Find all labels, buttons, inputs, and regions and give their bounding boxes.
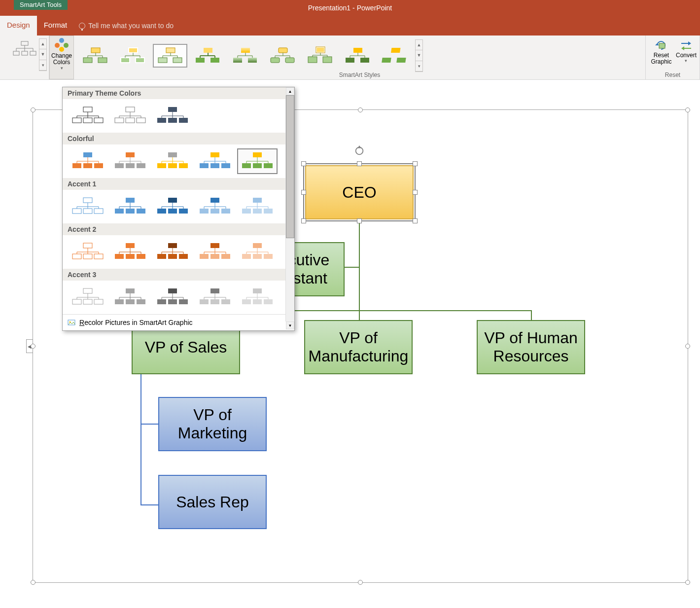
styles-scroll-up[interactable]: ▲	[416, 40, 422, 50]
style-thumb-4[interactable]	[190, 44, 225, 68]
layouts-scroll-up[interactable]: ▲	[39, 39, 46, 49]
selection-handle[interactable]	[31, 107, 35, 112]
rotation-handle[interactable]	[354, 145, 365, 158]
color-option[interactable]	[237, 285, 278, 310]
style-thumb-1[interactable]	[78, 44, 112, 68]
layouts-more[interactable]: ▾	[39, 60, 46, 71]
styles-more[interactable]: ▾	[416, 61, 422, 72]
layout-thumb[interactable]	[12, 40, 37, 58]
picture-icon	[68, 319, 75, 326]
smartart-styles-group: ▲ ▼ ▾ SmartArt Styles	[74, 36, 646, 79]
tell-me-search[interactable]: Tell me what you want to do	[74, 16, 174, 36]
svg-rect-195	[94, 254, 103, 259]
style-thumb-2[interactable]	[115, 44, 150, 68]
style-thumb-9[interactable]	[378, 44, 412, 68]
selection-handle[interactable]	[685, 107, 690, 112]
color-option[interactable]	[68, 103, 108, 129]
color-option-selected[interactable]	[237, 148, 278, 174]
org-node-vp-manufacturing[interactable]: VP of Manufacturing	[304, 320, 413, 374]
svg-rect-46	[285, 58, 294, 63]
color-option[interactable]	[152, 239, 193, 265]
color-section-accent3: Accent 3	[63, 269, 294, 281]
popup-scrollbar[interactable]: ▲ ▼	[285, 95, 294, 322]
svg-marker-71	[688, 41, 691, 45]
svg-rect-212	[168, 254, 177, 259]
color-option[interactable]	[68, 285, 108, 310]
scroll-down[interactable]: ▼	[286, 322, 294, 329]
svg-rect-211	[157, 254, 166, 259]
svg-rect-24	[158, 58, 167, 63]
color-option[interactable]	[195, 148, 235, 174]
color-option[interactable]	[110, 239, 150, 265]
svg-rect-276	[264, 299, 273, 304]
color-option[interactable]	[152, 148, 193, 174]
recolor-pictures-button[interactable]: Recolor Pictures in SmartArt Graphic	[63, 314, 294, 330]
color-option[interactable]	[152, 103, 193, 129]
org-node-vp-hr[interactable]: VP of Human Resources	[477, 320, 585, 374]
scroll-thumb[interactable]	[286, 95, 294, 238]
style-thumb-8[interactable]	[340, 44, 375, 68]
color-option[interactable]	[110, 194, 150, 219]
selection-handle[interactable]	[31, 344, 35, 349]
change-colors-icon	[55, 38, 69, 52]
org-node-vp-marketing[interactable]: VP of Marketing	[158, 397, 267, 451]
selection-handle[interactable]	[358, 107, 363, 112]
svg-rect-54	[323, 57, 332, 63]
style-thumb-3[interactable]	[153, 44, 187, 68]
svg-rect-240	[94, 299, 103, 304]
svg-rect-44	[279, 48, 287, 53]
style-thumb-6[interactable]	[265, 44, 300, 68]
selection-handle[interactable]	[358, 580, 363, 585]
svg-rect-93	[168, 107, 177, 112]
svg-rect-141	[264, 163, 273, 168]
change-colors-button[interactable]: Change Colors ▾	[49, 36, 74, 79]
style-thumb-7[interactable]	[303, 44, 337, 68]
svg-rect-122	[168, 163, 177, 168]
svg-rect-53	[308, 57, 317, 63]
color-option[interactable]	[152, 194, 193, 219]
svg-rect-138	[253, 152, 262, 157]
change-colors-dropdown: ▲ ▼ Primary Theme Colors Colorful Accent…	[62, 87, 295, 331]
svg-rect-266	[210, 299, 219, 304]
color-option[interactable]	[110, 103, 150, 129]
selection-handle[interactable]	[685, 344, 690, 349]
layouts-scroll-down[interactable]: ▼	[39, 49, 46, 60]
org-node-sales-rep[interactable]: Sales Rep	[158, 475, 267, 529]
color-option[interactable]	[68, 194, 108, 219]
color-option[interactable]	[110, 148, 150, 174]
color-option[interactable]	[237, 239, 278, 265]
scroll-up[interactable]: ▲	[286, 87, 294, 95]
tab-design[interactable]: Design	[0, 16, 37, 36]
svg-rect-112	[115, 163, 124, 168]
tab-format[interactable]: Format	[37, 16, 74, 36]
selection-handle[interactable]	[685, 580, 690, 585]
color-option[interactable]	[68, 239, 108, 265]
svg-rect-0	[21, 41, 28, 45]
style-thumb-5[interactable]	[228, 44, 262, 68]
svg-rect-10	[83, 58, 92, 63]
connector	[531, 310, 532, 321]
svg-rect-104	[83, 163, 92, 168]
svg-rect-61	[360, 58, 369, 63]
color-option[interactable]	[195, 285, 235, 310]
reset-icon	[654, 38, 668, 52]
color-option[interactable]	[68, 148, 108, 174]
svg-rect-273	[253, 288, 262, 293]
svg-rect-85	[115, 118, 124, 123]
svg-rect-111	[126, 152, 135, 157]
svg-rect-60	[346, 58, 354, 63]
org-node-ceo[interactable]: CEO	[305, 165, 414, 219]
color-option[interactable]	[195, 194, 235, 219]
color-option[interactable]	[195, 239, 235, 265]
svg-rect-148	[72, 209, 81, 214]
color-section-accent2: Accent 2	[63, 223, 294, 235]
title-bar: SmartArt Tools Presentation1 - PowerPoin…	[0, 0, 700, 16]
styles-scroll-down[interactable]: ▼	[416, 50, 422, 61]
color-option[interactable]	[110, 285, 150, 310]
selection-handle[interactable]	[31, 580, 35, 585]
color-option[interactable]	[152, 285, 193, 310]
svg-rect-76	[72, 118, 81, 123]
svg-rect-87	[137, 118, 145, 123]
color-option[interactable]	[237, 194, 278, 219]
svg-rect-267	[221, 299, 230, 304]
